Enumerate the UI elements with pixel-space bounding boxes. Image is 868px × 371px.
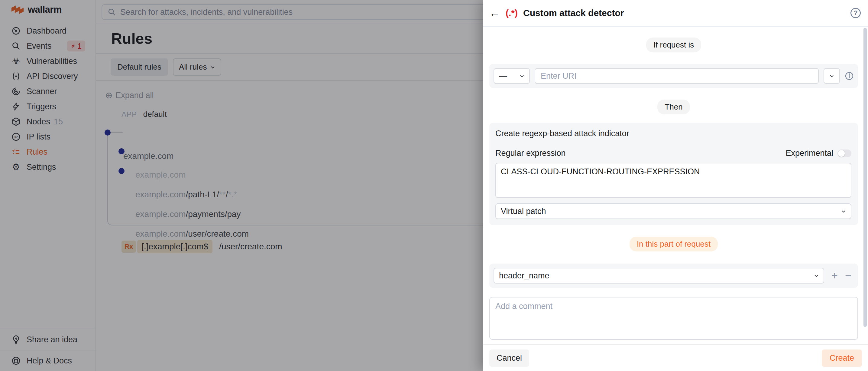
condition-type-select[interactable] — [824, 68, 840, 84]
custom-attack-detector-panel: ← (.*) Custom attack detector ? If reque… — [483, 0, 868, 371]
condition-operator-select[interactable]: — — [494, 68, 530, 84]
uri-input[interactable] — [535, 68, 819, 84]
indicator-title: Create regexp-based attack indicator — [495, 129, 851, 138]
panel-scrollbar[interactable] — [864, 28, 867, 327]
comment-textarea[interactable] — [489, 297, 858, 340]
then-pill: Then — [657, 99, 690, 114]
action-select[interactable]: Virtual patch — [495, 203, 851, 219]
comment-counter: 0/240 — [489, 343, 858, 344]
attack-indicator-card: Create regexp-based attack indicator Reg… — [489, 123, 858, 225]
info-icon[interactable] — [845, 72, 854, 81]
cancel-button[interactable]: Cancel — [489, 349, 529, 367]
regex-textarea[interactable]: CLASS-CLOUD-FUNCTION-ROUTING-EXPRESSION — [495, 163, 851, 198]
part-of-request-pill: In this part of request — [629, 237, 718, 252]
request-part-select[interactable]: header_name — [494, 268, 824, 284]
chevron-down-icon — [814, 273, 819, 278]
action-value: Virtual patch — [501, 207, 546, 216]
help-icon[interactable]: ? — [850, 8, 861, 18]
back-arrow-icon[interactable]: ← — [489, 7, 500, 19]
modal-dim-overlay[interactable] — [0, 0, 483, 371]
panel-footer: Cancel Create — [483, 344, 868, 371]
experimental-label: Experimental — [785, 149, 833, 158]
request-part-value: header_name — [499, 271, 550, 281]
chevron-down-icon — [520, 74, 524, 78]
request-part-row: header_name + − — [489, 263, 858, 288]
condition-operator-value: — — [499, 72, 507, 81]
panel-title: Custom attack detector — [523, 8, 624, 18]
add-point-button[interactable]: + — [831, 270, 838, 281]
toggle-knob — [838, 150, 845, 157]
condition-row: — — [489, 64, 858, 88]
panel-header: ← (.*) Custom attack detector ? — [483, 0, 868, 27]
regex-label: Regular expression — [495, 149, 566, 158]
chevron-down-icon — [841, 209, 846, 213]
panel-body: If request is — Then Create regexp-based… — [483, 27, 868, 344]
experimental-toggle[interactable] — [837, 149, 851, 158]
create-button[interactable]: Create — [822, 349, 862, 367]
remove-point-button[interactable]: − — [845, 270, 851, 281]
if-request-is-pill: If request is — [646, 37, 701, 52]
regexp-tag: (.*) — [506, 8, 518, 18]
chevron-down-icon — [829, 74, 834, 78]
